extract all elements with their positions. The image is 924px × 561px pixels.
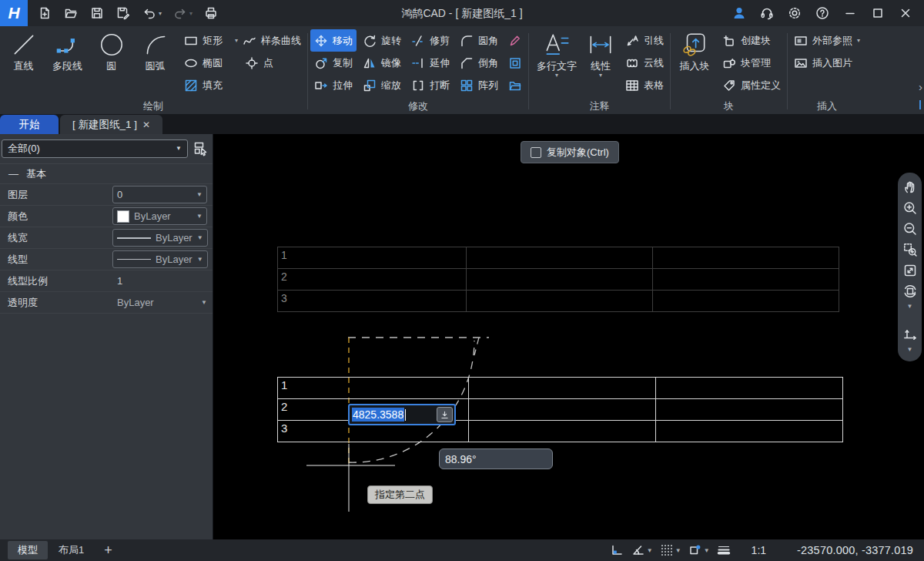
tab-start[interactable]: 开始 xyxy=(0,115,59,134)
ortho-mode-toggle[interactable] xyxy=(606,541,628,559)
hatch-tool[interactable]: 填充 xyxy=(180,74,226,96)
scale-tool[interactable]: 缩放 xyxy=(359,74,405,96)
grid-dropdown-caret[interactable]: ▼ xyxy=(675,547,681,554)
redo-button[interactable]: ▾ xyxy=(168,2,197,25)
save-as-button[interactable] xyxy=(111,2,136,25)
property-row-lineweight: 线宽 ByLayer ▼ xyxy=(0,227,213,249)
explode-tool[interactable] xyxy=(504,74,526,96)
mtext-dropdown-caret[interactable]: ▾ xyxy=(555,72,558,79)
gear-icon xyxy=(787,5,802,21)
annotation-scale[interactable]: 1:1 xyxy=(752,544,766,556)
ucs-dropdown-caret[interactable]: ▼ xyxy=(907,346,913,353)
line-tool[interactable]: 直线 xyxy=(2,29,45,72)
copy-tool[interactable]: 复制 xyxy=(310,52,357,74)
layer-dropdown[interactable]: 0 ▼ xyxy=(112,186,207,203)
polyline-tool[interactable]: 多段线 xyxy=(45,29,89,72)
dynamic-input-dropdown-button[interactable] xyxy=(437,407,453,422)
drawing-canvas[interactable]: 1 2 3 1 2 3 复制对象(Ctrl) 4825.3588 88.96° … xyxy=(213,134,924,539)
mtext-tool[interactable]: 多行文字 ▾ xyxy=(531,29,582,79)
trim-tool[interactable]: 修剪 xyxy=(407,29,454,52)
maximize-button[interactable] xyxy=(865,2,890,25)
match-properties-tool[interactable] xyxy=(504,29,526,52)
app-logo[interactable]: H xyxy=(0,0,28,26)
point-tool[interactable]: 点 xyxy=(231,52,305,74)
offset-tool[interactable] xyxy=(504,52,526,74)
zoom-in-button[interactable] xyxy=(901,199,919,217)
ribbon-separator xyxy=(528,33,529,109)
undo-button[interactable]: ▾ xyxy=(137,2,166,25)
arc-tool[interactable]: 圆弧 xyxy=(133,29,177,72)
linetype-dropdown[interactable]: ByLayer ▼ xyxy=(112,250,208,268)
ellipse-tool[interactable]: 椭圆 xyxy=(180,52,226,74)
insert-block-tool[interactable]: 插入块 xyxy=(673,29,716,72)
xref-dropdown-caret[interactable]: ▾ xyxy=(857,37,860,44)
fillet-tool[interactable]: 圆角 xyxy=(456,29,502,52)
settings-button[interactable] xyxy=(782,2,807,25)
tab-close-icon[interactable]: ✕ xyxy=(142,119,150,130)
zoom-window-button[interactable] xyxy=(901,240,919,259)
account-button[interactable] xyxy=(727,2,752,25)
attribute-definition-tool[interactable]: 属性定义 xyxy=(718,74,785,96)
create-block-tool[interactable]: 创建块 xyxy=(718,29,785,52)
copy-object-option[interactable]: 复制对象(Ctrl) xyxy=(521,141,619,163)
layout1-tab[interactable]: 布局1 xyxy=(48,541,95,559)
polar-tracking-toggle[interactable]: ▼ xyxy=(628,541,656,559)
new-file-button[interactable] xyxy=(32,2,57,25)
move-tool[interactable]: 移动 xyxy=(310,29,357,52)
color-dropdown[interactable]: ByLayer ▼ xyxy=(112,207,207,225)
save-button[interactable] xyxy=(85,2,109,25)
dimension-dropdown-caret[interactable]: ▾ xyxy=(599,72,602,79)
selection-filter-dropdown[interactable]: 全部(0) ▼ xyxy=(2,139,188,158)
spline-tool[interactable]: ▾ 样条曲线 xyxy=(231,29,305,52)
external-reference-tool[interactable]: 外部参照 ▾ xyxy=(790,29,864,52)
print-button[interactable] xyxy=(199,2,223,25)
object-snap-toggle[interactable]: ▼ xyxy=(685,541,713,559)
zoom-out-button[interactable] xyxy=(901,220,919,238)
orbit-button[interactable] xyxy=(901,282,919,301)
undo-dropdown-caret[interactable]: ▾ xyxy=(159,10,162,17)
stretch-tool[interactable]: 拉伸 xyxy=(310,74,357,96)
redo-dropdown-caret[interactable]: ▾ xyxy=(189,10,192,17)
model-space-tab[interactable]: 模型 xyxy=(8,541,48,559)
break-tool[interactable]: 打断 xyxy=(407,74,454,96)
table-original[interactable]: 1 2 3 xyxy=(277,247,839,312)
tab-drawing[interactable]: [ 新建图纸_1 ] ✕ xyxy=(60,115,162,134)
polar-dropdown-caret[interactable]: ▼ xyxy=(647,547,653,554)
dynamic-input-value[interactable]: 4825.3588 xyxy=(352,408,404,422)
copy-object-checkbox[interactable] xyxy=(531,147,541,158)
lineweight-dropdown[interactable]: ByLayer ▼ xyxy=(112,229,208,247)
revision-cloud-tool[interactable]: 云线 xyxy=(621,52,668,74)
pan-button[interactable] xyxy=(901,178,919,197)
quick-select-button[interactable] xyxy=(190,139,211,158)
help-button[interactable] xyxy=(810,2,835,25)
array-tool[interactable]: 阵列 xyxy=(456,74,502,96)
leader-tool[interactable]: 引线 xyxy=(621,29,668,52)
rectangle-tool[interactable]: 矩形 xyxy=(180,29,226,52)
chamfer-tool[interactable]: 倒角 xyxy=(456,52,502,74)
close-button[interactable] xyxy=(893,2,918,25)
lineweight-display-toggle[interactable] xyxy=(713,541,735,559)
block-manager-tool[interactable]: 块管理 xyxy=(718,52,785,74)
insert-image-tool[interactable]: 插入图片 xyxy=(790,52,864,74)
rotate-tool[interactable]: 旋转 xyxy=(359,29,405,52)
circle-tool[interactable]: 圆 xyxy=(89,29,133,72)
orbit-dropdown-caret[interactable]: ▼ xyxy=(907,303,913,310)
ucs-button[interactable] xyxy=(901,325,919,344)
transparency-value[interactable]: ByLayer xyxy=(112,297,154,308)
open-file-button[interactable] xyxy=(59,2,83,25)
ribbon-expand-chevron[interactable]: › xyxy=(919,80,922,93)
spline-dropdown-caret[interactable]: ▾ xyxy=(235,37,238,44)
zoom-extents-button[interactable] xyxy=(901,261,919,280)
support-button[interactable] xyxy=(755,2,779,25)
mirror-tool[interactable]: 镜像 xyxy=(359,52,405,74)
new-layout-button[interactable]: + xyxy=(95,543,122,559)
dynamic-input[interactable]: 4825.3588 xyxy=(348,404,456,425)
grid-toggle[interactable]: ▼ xyxy=(656,541,685,559)
ltscale-value[interactable]: 1 xyxy=(112,275,122,287)
basic-section-header[interactable]: — 基本 xyxy=(0,163,213,184)
linear-dimension-tool[interactable]: 线性 ▾ xyxy=(582,29,619,79)
extend-tool[interactable]: 延伸 xyxy=(407,52,454,74)
minimize-button[interactable] xyxy=(838,2,862,25)
table-tool[interactable]: 表格 xyxy=(621,74,668,96)
osnap-dropdown-caret[interactable]: ▼ xyxy=(704,547,710,554)
